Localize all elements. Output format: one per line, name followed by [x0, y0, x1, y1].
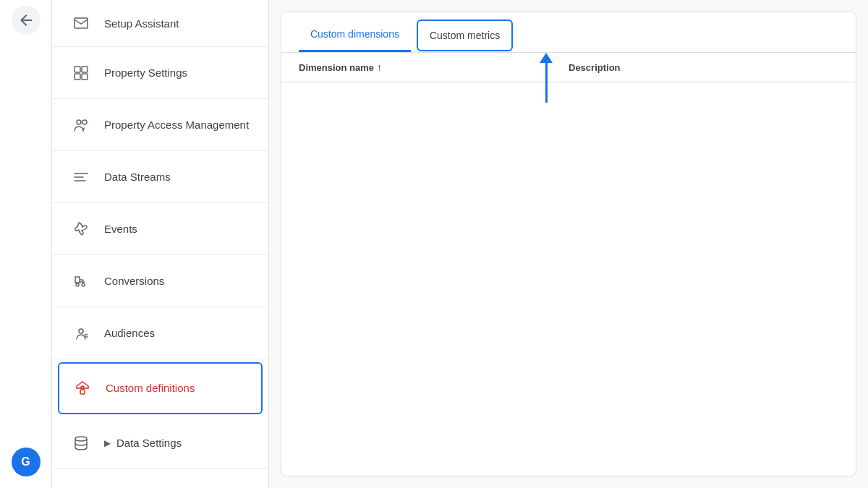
svg-point-17	[75, 437, 87, 441]
property-access-icon	[69, 114, 93, 137]
table-header: Dimension name ↑ Description	[281, 53, 856, 82]
sidebar-item-property-access[interactable]: Property Access Management	[52, 99, 268, 151]
sidebar-item-label-events: Events	[104, 222, 137, 236]
sidebar-item-property-settings[interactable]: Property Settings	[52, 47, 268, 99]
svg-point-5	[77, 120, 81, 124]
arrow-head	[540, 53, 553, 63]
svg-point-12	[79, 329, 83, 333]
sidebar-item-label-audiences: Audiences	[104, 326, 155, 341]
setup-icon	[69, 12, 93, 35]
sidebar-item-custom-definitions[interactable]: Custom definitions	[58, 362, 263, 414]
svg-rect-3	[82, 67, 88, 72]
back-button[interactable]	[12, 6, 41, 35]
col-header-description: Description	[569, 61, 838, 73]
svg-rect-4	[82, 74, 88, 80]
svg-rect-1	[75, 67, 80, 72]
content-panel: Custom dimensions Custom metrics Dimensi…	[281, 12, 856, 476]
table-body	[281, 82, 856, 227]
back-icon	[17, 12, 35, 29]
svg-point-10	[76, 283, 79, 286]
expand-icon: ▶	[104, 438, 111, 448]
tabs-container: Custom dimensions Custom metrics	[281, 12, 856, 53]
account-avatar[interactable]: G	[12, 448, 41, 476]
col-header-dimension-name[interactable]: Dimension name ↑	[299, 61, 569, 73]
avatar-letter: G	[21, 455, 30, 468]
property-settings-icon	[69, 61, 93, 85]
data-settings-icon	[69, 432, 93, 455]
sidebar-item-data-streams[interactable]: Data Streams	[52, 151, 268, 203]
events-icon	[69, 218, 93, 241]
sidebar-item-audiences[interactable]: Audiences	[52, 307, 268, 359]
sidebar-item-conversions[interactable]: Conversions	[52, 255, 268, 307]
annotation-arrow	[540, 53, 553, 103]
dimension-name-label: Dimension name	[299, 62, 374, 73]
data-streams-icon	[69, 166, 93, 189]
sidebar-item-events[interactable]: Events	[52, 203, 268, 255]
main-content: Custom dimensions Custom metrics Dimensi…	[269, 0, 868, 488]
sort-icon: ↑	[377, 61, 382, 73]
sidebar-item-label-setup: Setup Assistant	[104, 17, 179, 30]
tab-custom-metrics[interactable]: Custom metrics	[417, 20, 513, 51]
svg-point-16	[81, 386, 84, 389]
sidebar-item-label-streams: Data Streams	[104, 170, 171, 184]
svg-rect-2	[75, 74, 80, 80]
sidebar-item-setup-assistant[interactable]: Setup Assistant	[52, 0, 268, 47]
sidebar-item-data-settings[interactable]: ▶ Data Settings	[52, 417, 268, 469]
sidebar-item-label-custom-definitions: Custom definitions	[106, 381, 195, 395]
svg-rect-15	[80, 390, 85, 394]
sidebar-item-label-data-settings: Data Settings	[116, 436, 182, 450]
sidebar-item-label-conversions: Conversions	[104, 274, 164, 288]
audiences-icon	[69, 322, 93, 345]
conversions-icon	[69, 270, 93, 293]
sidebar-item-label-access: Property Access Management	[104, 118, 249, 132]
sidebar-item-label-property: Property Settings	[104, 66, 187, 80]
description-label: Description	[569, 62, 621, 73]
icon-bar: G	[0, 0, 52, 488]
svg-point-6	[82, 120, 87, 124]
svg-point-11	[82, 283, 85, 286]
svg-rect-0	[75, 18, 88, 28]
tab-custom-dimensions-label: Custom dimensions	[310, 28, 399, 40]
arrow-line	[545, 63, 548, 103]
custom-definitions-icon	[71, 377, 94, 400]
tab-custom-metrics-label: Custom metrics	[430, 30, 500, 41]
tab-custom-dimensions[interactable]: Custom dimensions	[299, 18, 411, 52]
sidebar: Setup Assistant Property Settings Proper…	[52, 0, 269, 488]
